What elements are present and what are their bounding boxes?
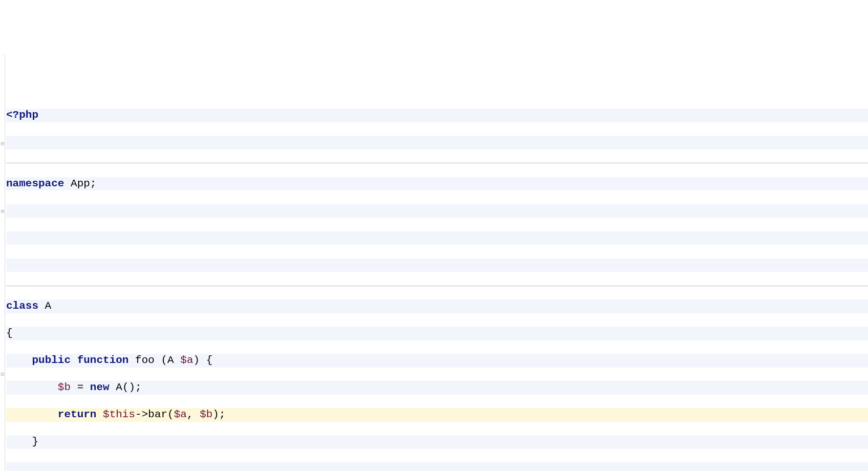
code-line[interactable] xyxy=(6,231,868,245)
code-editor[interactable]: ⊟ ⊟ ⊟ <?php namespace App; class A { pub… xyxy=(0,54,868,471)
keyword-public: public xyxy=(32,354,71,366)
keyword-function: function xyxy=(77,354,129,366)
variable-this: $this xyxy=(103,409,135,420)
code-line[interactable]: { xyxy=(6,327,868,340)
keyword-class: class xyxy=(6,300,38,312)
code-line-highlighted[interactable]: return $this->bar($a, $b); xyxy=(6,408,868,422)
code-line[interactable]: $b = new A(); xyxy=(6,381,868,395)
separator-line xyxy=(6,163,868,163)
keyword-new: new xyxy=(90,381,110,393)
fold-marker-icon[interactable]: ⊟ xyxy=(0,208,6,215)
separator-line xyxy=(6,286,868,286)
code-line[interactable]: } xyxy=(6,435,868,449)
namespace-name: App; xyxy=(64,178,96,189)
variable: $a xyxy=(174,409,187,420)
variable: $b xyxy=(58,381,71,393)
keyword-namespace: namespace xyxy=(6,178,64,189)
code-line[interactable] xyxy=(6,136,868,149)
code-line[interactable]: namespace App; xyxy=(6,177,868,191)
code-line[interactable] xyxy=(6,462,868,471)
function-name-foo: foo xyxy=(128,354,161,366)
brace: } xyxy=(32,436,38,447)
variable: $b xyxy=(200,409,212,420)
keyword-return: return xyxy=(58,409,97,420)
code-line[interactable] xyxy=(6,204,868,218)
code-line[interactable]: public function foo (A $a) { xyxy=(6,354,868,368)
fold-marker-icon[interactable]: ⊟ xyxy=(0,371,6,378)
code-content[interactable]: <?php namespace App; class A { public fu… xyxy=(0,95,868,472)
code-line[interactable]: class A xyxy=(6,299,868,313)
code-line[interactable] xyxy=(6,259,868,272)
fold-marker-icon[interactable]: ⊟ xyxy=(0,140,6,147)
brace: { xyxy=(6,327,13,339)
editor-gutter: ⊟ ⊟ ⊟ xyxy=(0,54,5,471)
variable: $a xyxy=(180,354,193,366)
class-name: A xyxy=(38,300,51,312)
code-line[interactable]: <?php xyxy=(6,109,868,122)
